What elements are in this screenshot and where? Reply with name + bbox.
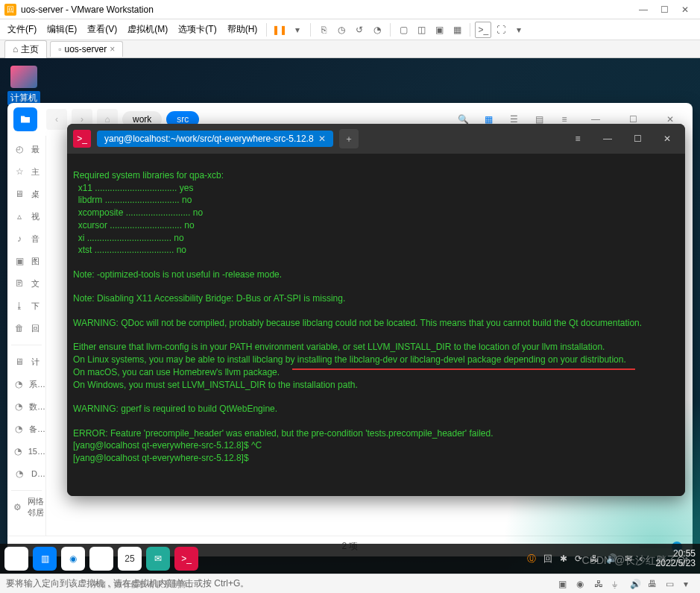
menu-file[interactable]: 文件(F) <box>3 22 41 37</box>
console-icon[interactable]: ▣ <box>431 22 447 38</box>
sidebar-item[interactable]: ☆主 <box>7 161 45 182</box>
sidebar-item-label: 系… <box>29 379 45 390</box>
minimize-button[interactable]: — <box>633 4 654 15</box>
terminal-icon[interactable]: >_ <box>475 22 491 38</box>
term-line: libdrm .............................. no <box>73 195 192 205</box>
desktop-computer-icon[interactable]: 计算机 <box>7 66 40 105</box>
sidebar-item[interactable]: ◔数… <box>7 396 45 417</box>
sidebar-item-icon: ◔ <box>13 446 22 456</box>
menu-view[interactable]: 查看(V) <box>83 22 122 37</box>
terminal-minimize-button[interactable]: — <box>596 134 619 144</box>
sidebar-item[interactable]: ⭳下 <box>7 295 45 316</box>
tab-close-icon[interactable]: × <box>110 44 115 54</box>
search-icon[interactable]: 🔍 <box>453 114 473 125</box>
tray-network-icon[interactable]: 🖧 <box>590 553 599 564</box>
tab-home[interactable]: ⌂ 主页 <box>4 40 47 58</box>
dev-printer-icon[interactable]: 🖶 <box>648 579 658 589</box>
sidebar-item[interactable]: 🗑回 <box>7 318 45 339</box>
tray-chevron-icon[interactable]: ‹ <box>640 553 643 564</box>
tab-vm[interactable]: ▫ uos-server × <box>50 41 123 57</box>
icon-view-icon[interactable]: ▦ <box>478 114 499 125</box>
menu-icon[interactable]: ≡ <box>554 114 575 125</box>
terminal-tab[interactable]: yang@localhost:~/work/src/qt-everywhere-… <box>97 131 333 147</box>
manage-icon[interactable]: ◔ <box>369 22 385 38</box>
sidebar-item-icon: ☆ <box>13 166 25 177</box>
sidebar-item[interactable]: ◔系… <box>7 374 45 395</box>
stretch-icon[interactable]: ⛶ <box>493 22 509 38</box>
menu-edit[interactable]: 编辑(E) <box>42 22 81 37</box>
sidebar-item[interactable]: ◴最 <box>7 139 45 160</box>
menu-help[interactable]: 帮助(H) <box>223 22 262 37</box>
close-button[interactable]: ✕ <box>675 4 696 15</box>
browser-icon[interactable]: ◐ <box>89 547 113 571</box>
edge-icon[interactable]: ◉ <box>61 547 85 571</box>
sidebar-item[interactable]: ♪音 <box>7 228 45 249</box>
terminal-close-button[interactable]: ✕ <box>655 134 679 144</box>
taskbar-terminal-icon[interactable]: >_ <box>174 547 198 571</box>
sidebar-item-icon: ▣ <box>13 256 25 266</box>
mail-icon[interactable]: ✉ <box>146 547 170 571</box>
sidebar-item[interactable]: ▵视 <box>7 206 45 227</box>
terminal-tab-close-icon[interactable]: ✕ <box>318 134 326 144</box>
terminal-body[interactable]: Required system libraries for qpa-xcb: x… <box>67 154 685 496</box>
list-view-icon[interactable]: ☰ <box>503 114 524 125</box>
terminal-maximize-button[interactable]: ☐ <box>625 134 649 144</box>
bg-hint: 存储，如有侵权请联系删除。 <box>89 579 196 590</box>
dev-display-icon[interactable]: ▭ <box>666 579 676 589</box>
fm-close-button[interactable]: ✕ <box>654 114 687 125</box>
dev-more-icon[interactable]: ▾ <box>684 579 694 589</box>
thumbnail-icon[interactable]: ▦ <box>449 22 465 38</box>
taskbar: ✦ ▥ ◉ ◐ 25 ✉ >_ Ⓤ 回 ✱ ⟳ 🖧 🔊 ✉ ‹ 20:55 20… <box>0 544 700 574</box>
dropdown2-icon[interactable]: ▾ <box>511 22 527 38</box>
revert-icon[interactable]: ↺ <box>351 22 368 38</box>
sidebar-item[interactable]: ▣图 <box>7 251 45 272</box>
dev-usb-icon[interactable]: ⏚ <box>612 579 622 589</box>
sidebar-item[interactable]: ⚙网络邻居 <box>7 497 45 518</box>
snapshot-icon[interactable]: ◷ <box>333 22 350 38</box>
fullscreen-icon[interactable]: ▢ <box>395 22 412 38</box>
sidebar-item[interactable]: ◔备… <box>7 418 45 439</box>
tray-ime-icon[interactable]: 回 <box>543 553 552 565</box>
launcher-icon[interactable]: ✦ <box>4 547 28 571</box>
tray-accessibility-icon[interactable]: ✱ <box>560 553 567 564</box>
fm-maximize-button[interactable]: ☐ <box>617 114 649 125</box>
dev-sound-icon[interactable]: 🔊 <box>630 579 640 589</box>
vmware-tabs: ⌂ 主页 ▫ uos-server × <box>0 40 700 58</box>
unity-icon[interactable]: ◫ <box>413 22 429 38</box>
sidebar-item[interactable]: ◔15… <box>7 441 45 462</box>
tab-vm-label: uos-server <box>65 44 107 54</box>
tray-uos-icon[interactable]: Ⓤ <box>527 553 536 565</box>
dev-hdd-icon[interactable]: ▣ <box>558 579 569 589</box>
maximize-button[interactable]: ☐ <box>654 4 675 15</box>
sidebar-item-label: 计 <box>31 357 40 368</box>
new-tab-button[interactable]: ＋ <box>339 129 359 148</box>
clock[interactable]: 20:55 2022/5/23 <box>656 549 696 568</box>
sidebar-item[interactable]: ◔D… <box>7 463 45 484</box>
sidebar-item[interactable]: 🖹文 <box>7 273 45 294</box>
dev-net-icon[interactable]: 🖧 <box>594 579 605 589</box>
term-line: xcomposite .......................... no <box>73 207 203 218</box>
back-button[interactable]: ‹ <box>46 109 67 130</box>
sidebar-item-label: 备… <box>29 424 45 435</box>
terminal-window: >_ yang@localhost:~/work/src/qt-everywhe… <box>67 124 685 496</box>
menu-tabs[interactable]: 选项卡(T) <box>174 22 221 37</box>
menu-vm[interactable]: 虚拟机(M) <box>123 22 172 37</box>
tray-volume-icon[interactable]: 🔊 <box>606 553 617 564</box>
dropdown-icon[interactable]: ▾ <box>289 22 306 38</box>
tray-notify-icon[interactable]: ✉ <box>625 553 632 564</box>
terminal-titlebar: >_ yang@localhost:~/work/src/qt-everywhe… <box>67 124 685 154</box>
tray-updates-icon[interactable]: ⟳ <box>575 553 582 564</box>
guest-desktop[interactable]: 计算机 ‹ › ⌂ work src 🔍 ▦ ☰ ▤ ≡ — ☐ ✕ ◴最☆主🖥… <box>0 58 700 593</box>
send-keys-icon[interactable]: ⎘ <box>315 22 332 38</box>
dev-cd-icon[interactable]: ◉ <box>576 579 587 589</box>
sidebar-item[interactable]: 🖥计 <box>7 351 45 372</box>
pause-icon[interactable]: ❚❚ <box>271 22 288 38</box>
detail-view-icon[interactable]: ▤ <box>529 114 549 125</box>
taskbar-fm-icon[interactable]: ▥ <box>33 547 57 571</box>
calendar-icon[interactable]: 25 <box>118 547 142 571</box>
sidebar-item[interactable]: 🖥桌 <box>7 183 45 204</box>
sidebar-item-label: 最 <box>31 144 40 155</box>
vm-tab-icon: ▫ <box>58 44 61 54</box>
fm-minimize-button[interactable]: — <box>579 114 612 125</box>
terminal-menu-icon[interactable]: ≡ <box>566 134 590 144</box>
